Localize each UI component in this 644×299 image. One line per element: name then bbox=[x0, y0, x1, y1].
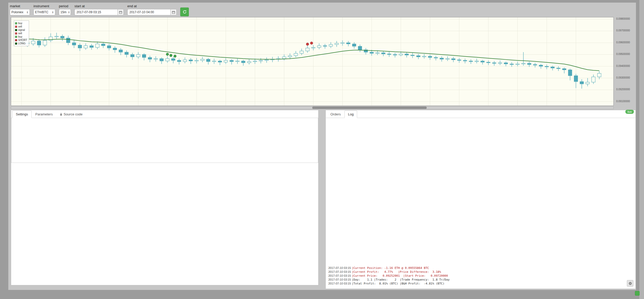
legend-label: buy bbox=[18, 35, 22, 38]
candle-body bbox=[294, 53, 298, 56]
candle-body bbox=[347, 43, 350, 44]
candle-body bbox=[84, 46, 88, 48]
start-at-input[interactable] bbox=[74, 9, 117, 15]
calendar-icon bbox=[172, 11, 175, 14]
tab-label: Source code bbox=[64, 112, 82, 116]
legend-swatch bbox=[15, 36, 17, 38]
market-select-value: Poloniex bbox=[11, 10, 23, 14]
refresh-icon bbox=[183, 10, 187, 14]
market-select[interactable]: Poloniex ▲▼ bbox=[10, 9, 30, 15]
candle-body bbox=[393, 54, 397, 55]
candle-body bbox=[78, 45, 82, 48]
period-select[interactable]: 15m ▲▼ bbox=[59, 9, 71, 15]
page-vertical-scrollbar[interactable] bbox=[639, 0, 644, 299]
candle-body bbox=[580, 82, 584, 84]
candle-body bbox=[288, 56, 292, 57]
price-chart[interactable]: buysellsignalsellbuySHORTLONG bbox=[11, 17, 614, 106]
end-at-input[interactable] bbox=[127, 9, 170, 15]
start-at-calendar-button[interactable] bbox=[117, 9, 124, 15]
legend-label: LONG bbox=[18, 42, 25, 45]
select-arrows-icon: ▲▼ bbox=[52, 11, 54, 13]
candle-body bbox=[574, 76, 578, 82]
candle-body bbox=[72, 43, 76, 45]
strategy-panel: Settings Parameters Source code bbox=[11, 110, 318, 285]
candle-body bbox=[358, 46, 362, 50]
end-at-calendar-button[interactable] bbox=[170, 9, 177, 15]
candle-body bbox=[417, 56, 420, 57]
hscrollbar-thumb[interactable] bbox=[312, 107, 427, 109]
log-timestamp: 2017-07-10 03:15 bbox=[328, 274, 351, 277]
y-axis-label: 0.09400000 bbox=[616, 65, 630, 67]
candle-body bbox=[434, 58, 438, 58]
tab-settings[interactable]: Settings bbox=[12, 110, 32, 118]
tab-source-code[interactable]: Source code bbox=[56, 110, 86, 118]
tab-log[interactable]: Log bbox=[344, 110, 357, 118]
legend-swatch bbox=[15, 43, 17, 45]
legend-label: signal bbox=[18, 28, 25, 32]
log-message: |Current Profit: 4.77% |Price Difference… bbox=[352, 270, 441, 274]
candle-body bbox=[218, 61, 222, 62]
candle-body bbox=[113, 48, 117, 50]
candle-body bbox=[66, 38, 70, 43]
candle-body bbox=[136, 54, 140, 57]
y-axis-label: 0.09600000 bbox=[616, 41, 630, 44]
tab-parameters[interactable]: Parameters bbox=[32, 110, 56, 118]
legend-item: LONG bbox=[15, 42, 27, 45]
candle-body bbox=[557, 68, 560, 68]
candle-body bbox=[101, 44, 105, 46]
refresh-button[interactable] bbox=[180, 8, 189, 16]
tab-label: Parameters bbox=[35, 112, 53, 116]
instrument-label: instrument bbox=[33, 4, 55, 8]
candle-body bbox=[171, 59, 175, 60]
candle-body bbox=[259, 60, 263, 61]
legend-swatch bbox=[15, 39, 17, 41]
instrument-select[interactable]: ETH/BTC ▲▼ bbox=[33, 9, 55, 15]
toolbar: market Poloniex ▲▼ instrument ETH/BTC ▲▼… bbox=[10, 4, 189, 15]
chart-window: buysellsignalsellbuySHORTLONG 0.09800000… bbox=[11, 17, 634, 106]
candle-body bbox=[177, 60, 181, 62]
candle-body bbox=[37, 41, 41, 45]
candle-body bbox=[370, 52, 373, 53]
candle-body bbox=[551, 67, 555, 68]
candle-body bbox=[265, 60, 268, 60]
candle-body bbox=[201, 59, 204, 60]
candle-body bbox=[241, 61, 245, 63]
tab-label: Log bbox=[348, 112, 354, 116]
live-badge: live bbox=[625, 110, 634, 114]
candle-body bbox=[300, 51, 303, 53]
legend-swatch bbox=[15, 29, 17, 31]
price-y-axis: 0.098000000.097000000.096000000.09500000… bbox=[615, 17, 634, 106]
y-axis-label: 0.09300000 bbox=[616, 76, 630, 79]
y-axis-label: 0.09700000 bbox=[616, 29, 630, 32]
strategy-tabs: Settings Parameters Source code bbox=[11, 110, 318, 118]
end-at-label: end at bbox=[127, 4, 177, 8]
tab-orders[interactable]: Orders bbox=[327, 110, 344, 118]
candle-body bbox=[539, 65, 543, 66]
log-lines: 2017-07-10 03:15 |Current Position: -1.1… bbox=[328, 266, 633, 286]
legend-item: buy bbox=[15, 22, 27, 25]
output-tabs: Orders Log bbox=[326, 110, 635, 118]
chart-legend: buysellsignalsellbuySHORTLONG bbox=[14, 20, 29, 46]
candle-body bbox=[131, 54, 134, 57]
sell-marker bbox=[310, 42, 313, 44]
candle-body bbox=[428, 56, 432, 58]
legend-swatch bbox=[15, 26, 17, 28]
chart-hscrollbar[interactable] bbox=[11, 106, 614, 109]
candle-body bbox=[463, 60, 467, 61]
market-label: market bbox=[10, 4, 30, 8]
corner-button[interactable] bbox=[635, 291, 640, 296]
candle-body bbox=[43, 40, 47, 45]
candle-body bbox=[376, 53, 379, 53]
tab-label: Settings bbox=[16, 112, 28, 116]
candle-body bbox=[493, 63, 496, 63]
candle-body bbox=[224, 60, 228, 62]
select-arrows-icon: ▲▼ bbox=[26, 11, 28, 13]
log-settings-button[interactable] bbox=[627, 280, 633, 287]
candle-body bbox=[446, 59, 449, 59]
candle-body bbox=[61, 36, 64, 38]
sell-marker bbox=[306, 43, 309, 45]
start-at-label: start at bbox=[74, 4, 124, 8]
candle-body bbox=[160, 59, 163, 61]
y-axis-label: 0.09200000 bbox=[616, 88, 630, 91]
candle-body bbox=[545, 66, 549, 67]
